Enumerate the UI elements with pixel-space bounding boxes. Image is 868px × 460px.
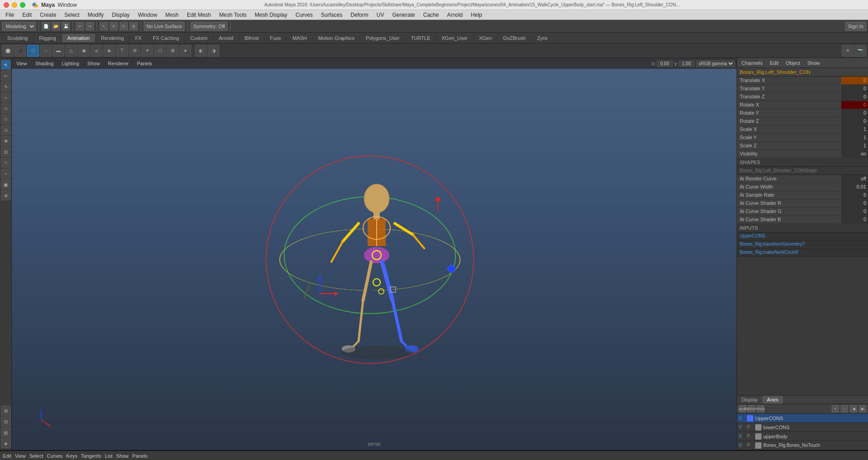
channel-ai-curve-shader-r[interactable]: Ai Curve Shader R 0	[737, 199, 868, 208]
channel-ai-render-curve[interactable]: Ai Render Curve off	[737, 175, 868, 183]
tab-fuze[interactable]: Fuze	[265, 34, 287, 42]
scale-icon[interactable]: ⊞	[130, 22, 138, 30]
svg-icon[interactable]: ✿	[167, 45, 179, 57]
layer-nav-prev[interactable]: ◀	[850, 405, 857, 412]
maximize-btn[interactable]	[20, 2, 25, 8]
vp-panels-menu[interactable]: Panels	[134, 60, 155, 67]
graph-select-menu[interactable]: Select	[29, 453, 44, 459]
input-upperccons[interactable]: UpperCONS	[737, 232, 868, 241]
cb-show-tab[interactable]: Show	[805, 59, 822, 67]
tab-bifrost[interactable]: Bifrost	[239, 34, 265, 42]
channel-scale-z[interactable]: Scale Z 1	[737, 142, 868, 150]
pipe-icon[interactable]: ⌀	[91, 45, 102, 57]
menu-file[interactable]: File	[2, 11, 18, 19]
vp-renderer-menu[interactable]: Renderer	[105, 60, 131, 67]
menu-modify[interactable]: Modify	[84, 11, 107, 19]
window-menu-item[interactable]: Window	[58, 2, 77, 8]
helix-icon[interactable]: ☯	[103, 45, 115, 57]
rotate-icon[interactable]: ↻	[120, 22, 128, 30]
help-option-btn[interactable]: Help	[757, 405, 764, 412]
vp-view-menu[interactable]: View	[14, 60, 30, 67]
plane-icon[interactable]: ▬	[53, 45, 64, 57]
channels-tab[interactable]: Channels	[740, 59, 764, 67]
save-icon[interactable]: 💾	[62, 22, 70, 30]
minimize-btn[interactable]	[12, 2, 17, 8]
channel-translate-x[interactable]: Translate X 0	[737, 77, 868, 85]
sculpt-sphere-icon[interactable]: ●	[179, 45, 191, 57]
vp-lighting-menu[interactable]: Lighting	[59, 60, 82, 67]
menu-mesh-tools[interactable]: Mesh Tools	[216, 11, 250, 19]
input-transform-geometry[interactable]: Bones_Rig:transformGeometry7	[737, 241, 868, 249]
channel-scale-x[interactable]: Scale X 1	[737, 126, 868, 134]
gear-icon[interactable]: ⚙	[129, 45, 141, 57]
tab-mash[interactable]: MASH	[287, 34, 313, 42]
tab-turtle[interactable]: TURTLE	[406, 34, 436, 42]
channel-translate-z[interactable]: Translate Z 0	[737, 93, 868, 101]
cube-icon[interactable]: ⬛	[15, 45, 26, 57]
menu-uv[interactable]: UV	[373, 11, 388, 19]
cone-icon[interactable]: △	[65, 45, 77, 57]
transform-icon[interactable]: ✛	[110, 22, 118, 30]
light-icon[interactable]: ☀	[842, 45, 853, 57]
foliage-btn[interactable]: ❋	[1, 136, 11, 146]
tab-zync[interactable]: Zync	[532, 34, 554, 42]
channel-translate-y[interactable]: Translate Y 0	[737, 85, 868, 93]
menu-display[interactable]: Display	[108, 11, 133, 19]
options2-btn[interactable]: ⊟	[1, 416, 11, 426]
graph-show-menu[interactable]: Show	[116, 453, 129, 459]
channel-rotate-x[interactable]: Rotate X 0	[737, 101, 868, 109]
tab-xgen[interactable]: XGen	[474, 34, 498, 42]
no-live-surface-btn[interactable]: No Live Surface	[144, 22, 184, 31]
smear-btn[interactable]: ⌗	[1, 158, 11, 168]
menu-curves[interactable]: Curves	[292, 11, 316, 19]
close-btn[interactable]	[4, 2, 9, 8]
menu-edit-mesh[interactable]: Edit Mesh	[183, 11, 214, 19]
tab-sculpting[interactable]: Sculpting	[2, 34, 34, 42]
workspace-selector[interactable]: Modeling	[2, 22, 36, 31]
tab-gozbrush[interactable]: GoZBrush	[498, 34, 532, 42]
cylinder-icon[interactable]: ⬡	[27, 45, 39, 57]
smooth-btn[interactable]: ≈	[1, 92, 11, 102]
relax-btn[interactable]: ∿	[1, 103, 11, 113]
tab-xgen-user[interactable]: XGen_User	[436, 34, 473, 42]
text-icon[interactable]: T	[116, 45, 128, 57]
graph-panels-menu[interactable]: Panels	[132, 453, 148, 459]
cb-object-tab[interactable]: Object	[784, 59, 802, 67]
menu-create[interactable]: Create	[36, 11, 60, 19]
menu-deform[interactable]: Deform	[347, 11, 372, 19]
symmetry-btn[interactable]: Symmetry: Off	[190, 22, 228, 31]
options-option-btn[interactable]: Options	[748, 405, 755, 412]
misc-icon[interactable]: ⬠	[154, 45, 166, 57]
layer-nav-next[interactable]: ▶	[859, 405, 866, 412]
layer-add-btn[interactable]: +	[832, 405, 839, 412]
grab-btn[interactable]: ☉	[1, 114, 11, 124]
platonic-icon[interactable]: ✦	[141, 45, 153, 57]
channel-visibility[interactable]: Visibility on	[737, 150, 868, 158]
undo-icon[interactable]: ↩	[76, 22, 84, 30]
select-tool-btn[interactable]: ↖	[1, 60, 11, 70]
redo-icon[interactable]: ↪	[86, 22, 94, 30]
tab-animation[interactable]: Animation	[62, 34, 96, 42]
select-tool-icon[interactable]: ↖	[100, 22, 108, 30]
menu-generate[interactable]: Generate	[388, 11, 418, 19]
knife-btn[interactable]: ⌁	[1, 169, 11, 179]
pinch-btn[interactable]: ⊙	[1, 125, 11, 135]
channel-ai-sample-rate[interactable]: Ai Sample Rate 5	[737, 191, 868, 199]
options-btn[interactable]: ⊞	[1, 406, 11, 416]
input-make-nurb-circle[interactable]: Bones_Rig:makeNurbCircle8	[737, 249, 868, 257]
sculpt-brush1-icon[interactable]: ◐	[195, 45, 207, 57]
menu-arnold[interactable]: Arnold	[443, 11, 466, 19]
fill-btn[interactable]: ▣	[1, 179, 11, 189]
menu-help[interactable]: Help	[467, 11, 486, 19]
channel-rotate-z[interactable]: Rotate Z 0	[737, 117, 868, 126]
sphere-icon[interactable]: ⬤	[2, 45, 14, 57]
signin-btn[interactable]: Sign In	[845, 22, 866, 31]
menu-cache[interactable]: Cache	[419, 11, 442, 19]
menu-edit[interactable]: Edit	[19, 11, 35, 19]
color-space-select[interactable]: sRGB gamma	[696, 60, 735, 67]
gamma-input[interactable]	[679, 61, 694, 67]
display-tab[interactable]: Display	[737, 396, 762, 404]
channel-ai-curve-shader-g[interactable]: Ai Curve Shader G 0	[737, 208, 868, 216]
layer-lowerccons[interactable]: V P lowerCONS	[737, 423, 868, 432]
torus-icon[interactable]: ○	[40, 45, 52, 57]
